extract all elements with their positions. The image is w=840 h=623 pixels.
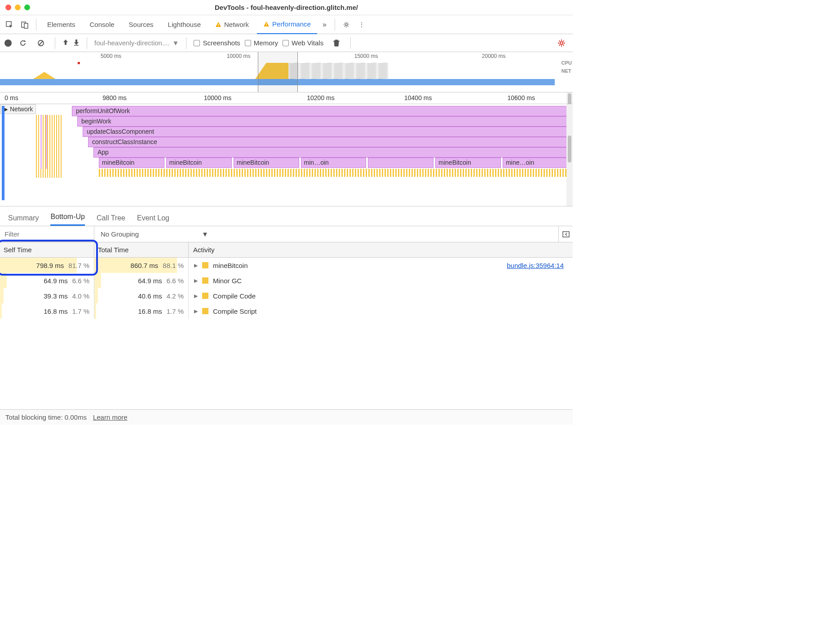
expand-triangle-icon[interactable]: ▶ <box>194 308 198 314</box>
vertical-scrollbar[interactable] <box>566 92 573 104</box>
memory-checkbox[interactable]: Memory <box>245 39 278 47</box>
tab-elements[interactable]: Elements <box>41 15 82 34</box>
flame-frame[interactable]: constructClassInstance <box>88 137 568 147</box>
record-button[interactable] <box>4 39 12 47</box>
flame-frame[interactable]: performUnitOfWork <box>72 106 568 116</box>
learn-more-link[interactable]: Learn more <box>93 413 128 421</box>
cpu-label: CPU <box>561 59 572 67</box>
svg-rect-6 <box>266 25 266 26</box>
flame-aggregate-bar <box>99 169 568 177</box>
overview-timeline[interactable]: 5000 ms10000 ms15000 ms20000 ms CPU NET <box>0 52 573 92</box>
svg-rect-10 <box>74 45 79 46</box>
clear-button[interactable] <box>34 36 48 50</box>
flame-frame[interactable]: updateClassComponent <box>83 127 568 137</box>
close-window-button[interactable] <box>5 4 11 10</box>
checkbox-icon <box>194 40 200 46</box>
tab-console[interactable]: Console <box>84 15 121 34</box>
svg-marker-14 <box>0 63 288 79</box>
tab-bottom-up[interactable]: Bottom-Up <box>50 213 84 226</box>
tab-call-tree[interactable]: Call Tree <box>97 214 125 226</box>
activity-name: Minor GC <box>213 277 242 285</box>
reload-button[interactable] <box>16 36 30 50</box>
activity-swatch <box>202 277 208 284</box>
filter-input[interactable] <box>0 226 94 242</box>
overview-tick: 10000 ms <box>227 53 251 59</box>
recording-label: foul-heavenly-direction.... <box>94 39 170 47</box>
ruler-tick: 10400 ms <box>404 94 432 101</box>
tab-sources[interactable]: Sources <box>123 15 160 34</box>
flame-frame[interactable] <box>368 158 433 168</box>
flame-frame[interactable]: min…oin <box>301 158 367 168</box>
download-profile-button[interactable] <box>73 39 80 47</box>
flame-frame[interactable]: mineBitcoin <box>99 158 164 168</box>
screenshots-checkbox[interactable]: Screenshots <box>194 39 240 47</box>
activity-name: Compile Script <box>213 307 257 315</box>
separator <box>335 19 335 31</box>
blocking-time-label: Total blocking time: 0.00ms <box>5 413 87 421</box>
separator <box>55 37 55 49</box>
webvitals-label: Web Vitals <box>292 39 323 47</box>
activity-swatch <box>202 293 208 299</box>
tab-lighthouse[interactable]: Lighthouse <box>162 15 207 34</box>
svg-rect-5 <box>266 23 266 25</box>
settings-icon[interactable] <box>340 18 353 31</box>
svg-line-9 <box>39 41 43 45</box>
svg-rect-4 <box>218 26 218 26</box>
tab-event-log[interactable]: Event Log <box>137 214 169 226</box>
flame-frame[interactable]: mineBitcoin <box>234 158 299 168</box>
tab-performance[interactable]: Performance <box>257 15 317 34</box>
col-self-time[interactable]: Self Time <box>0 242 94 257</box>
flame-frame[interactable]: mineBitcoin <box>435 158 501 168</box>
timeline-ruler[interactable]: 0 ms9800 ms10000 ms10200 ms10400 ms10600… <box>0 92 573 104</box>
expand-triangle-icon[interactable]: ▶ <box>194 278 198 284</box>
col-activity[interactable]: Activity <box>189 242 573 257</box>
webvitals-checkbox[interactable]: Web Vitals <box>283 39 323 47</box>
maximize-window-button[interactable] <box>24 4 30 10</box>
flame-frame[interactable]: beginWork <box>77 116 568 127</box>
capture-settings-icon[interactable] <box>555 36 568 50</box>
ruler-tick: 10000 ms <box>204 94 231 101</box>
chevron-down-icon: ▼ <box>172 39 179 47</box>
status-bar: Total blocking time: 0.00ms Learn more <box>0 409 573 425</box>
net-label: NET <box>561 67 572 75</box>
separator <box>186 37 186 49</box>
table-row[interactable]: 16.8 ms1.7 %16.8 ms1.7 %▶Compile Script <box>0 303 573 319</box>
device-toggle-icon[interactable] <box>18 18 31 31</box>
table-row[interactable]: 64.9 ms6.6 %64.9 ms6.6 %▶Minor GC <box>0 273 573 288</box>
separator <box>350 37 351 49</box>
inspect-element-icon[interactable] <box>3 18 16 31</box>
recording-select[interactable]: foul-heavenly-direction.... ▼ <box>94 39 179 47</box>
vertical-scrollbar[interactable] <box>566 104 573 206</box>
checkbox-icon <box>245 40 251 46</box>
flame-chart[interactable]: ▶ Network performUnitOfWorkbeginWorkupda… <box>0 104 573 206</box>
activity-name: Compile Code <box>213 292 256 300</box>
network-track-header[interactable]: ▶ Network <box>0 104 36 114</box>
overview-tick: 15000 ms <box>354 53 378 59</box>
flame-frame[interactable]: App <box>93 147 568 158</box>
grouping-select[interactable]: No Grouping ▼ <box>94 226 558 242</box>
minimize-window-button[interactable] <box>15 4 21 10</box>
svg-rect-15 <box>288 63 388 79</box>
tab-network[interactable]: Network <box>209 15 255 34</box>
delete-profile-button[interactable] <box>330 36 343 50</box>
table-header: Self Time Total Time Activity <box>0 242 573 258</box>
col-total-time[interactable]: Total Time <box>94 242 189 257</box>
table-body: 798.9 ms81.7 %860.7 ms88.1 %▶mineBitcoin… <box>0 258 573 319</box>
expand-triangle-icon[interactable]: ▶ <box>194 263 198 268</box>
tab-summary[interactable]: Summary <box>8 214 39 226</box>
upload-profile-button[interactable] <box>62 39 69 47</box>
tab-performance-label: Performance <box>272 20 311 28</box>
more-tabs-icon[interactable]: » <box>319 21 330 29</box>
flame-frame[interactable]: mineBitcoin <box>166 158 232 168</box>
overview-selection[interactable] <box>258 52 298 92</box>
table-row[interactable]: 39.3 ms4.0 %40.6 ms4.2 %▶Compile Code <box>0 288 573 303</box>
activity-swatch <box>202 262 208 268</box>
ruler-tick: 0 ms <box>4 94 18 101</box>
expand-triangle-icon[interactable]: ▶ <box>194 293 198 299</box>
flame-frame[interactable]: mine…oin <box>503 158 568 168</box>
network-label: Network <box>10 105 33 113</box>
toggle-sidebar-button[interactable] <box>558 226 573 242</box>
source-link[interactable]: bundle.js:35964:14 <box>507 262 564 269</box>
table-row[interactable]: 798.9 ms81.7 %860.7 ms88.1 %▶mineBitcoin… <box>0 258 573 273</box>
kebab-menu-icon[interactable]: ⋮ <box>355 18 368 31</box>
